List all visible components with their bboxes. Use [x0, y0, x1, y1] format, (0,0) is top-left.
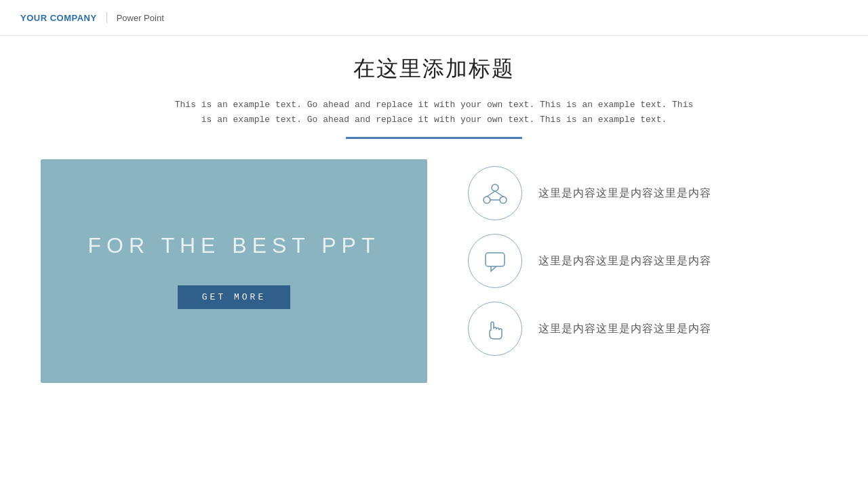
list-item: 这里是内容这里是内容这里是内容 — [468, 166, 827, 220]
item-label-3: 这里是内容这里是内容这里是内容 — [538, 322, 711, 336]
list-item: 这里是内容这里是内容这里是内容 — [468, 234, 827, 288]
network-icon — [481, 180, 509, 207]
item-label-2: 这里是内容这里是内容这里是内容 — [538, 254, 711, 268]
right-section: 这里是内容这里是内容这里是内容 这里是内容这里是内容这里是内容 — [468, 159, 827, 356]
header-subtitle: Power Point — [117, 13, 164, 23]
title-section: 在这里添加标题 This is an example text. Go ahea… — [0, 54, 868, 139]
chat-icon — [481, 247, 509, 274]
get-more-button[interactable]: GET MORE — [178, 285, 290, 309]
network-icon-circle — [468, 166, 522, 220]
svg-line-3 — [487, 191, 495, 197]
main-content: 在这里添加标题 This is an example text. Go ahea… — [0, 41, 868, 488]
header: YOUR COMPANY Power Point — [0, 0, 868, 36]
list-item: 这里是内容这里是内容这里是内容 — [468, 302, 827, 356]
card-title: FOR THE BEST PPT — [88, 233, 380, 258]
svg-point-2 — [500, 197, 507, 203]
company-name: YOUR COMPANY — [20, 13, 97, 23]
left-card: FOR THE BEST PPT GET MORE — [41, 159, 427, 383]
svg-point-1 — [484, 197, 490, 203]
content-area: FOR THE BEST PPT GET MORE 这里是内容这里 — [0, 159, 868, 383]
svg-point-0 — [492, 184, 498, 191]
hand-icon-circle — [468, 302, 522, 356]
svg-line-4 — [495, 191, 503, 197]
subtitle-text: This is an example text. Go ahead and re… — [163, 98, 705, 127]
title-underline — [346, 137, 522, 139]
header-divider — [106, 12, 107, 23]
item-label-1: 这里是内容这里是内容这里是内容 — [538, 186, 711, 201]
hand-icon — [481, 315, 509, 342]
svg-rect-6 — [486, 253, 505, 266]
page-title: 在这里添加标题 — [0, 54, 868, 84]
chat-icon-circle — [468, 234, 522, 288]
